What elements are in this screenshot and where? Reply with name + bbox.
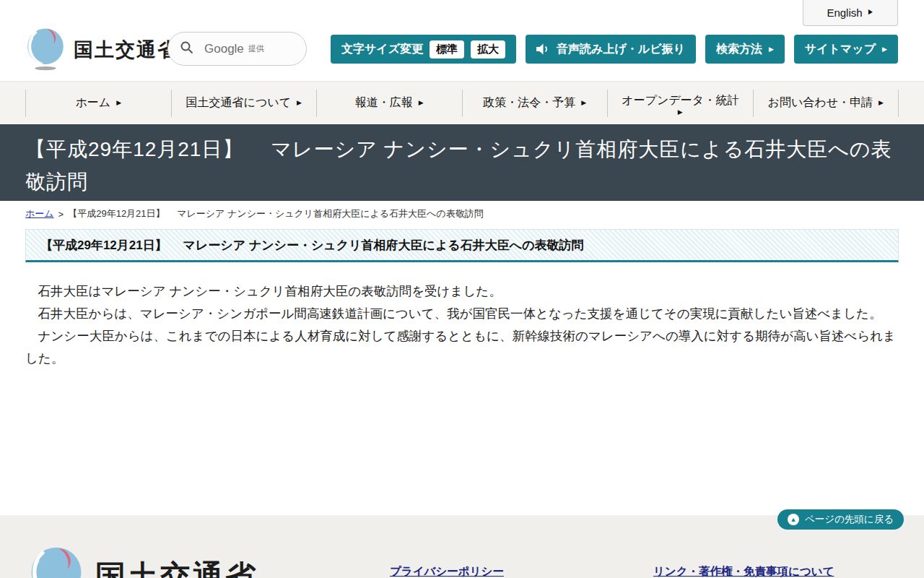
nav-item-press[interactable]: 報道・広報 ▶: [317, 82, 462, 124]
audio-reading-button[interactable]: 音声読み上げ・ルビ振り: [526, 35, 696, 64]
breadcrumb-current: 【平成29年12月21日】 マレーシア ナンシー・シュクリ首相府大臣による石井大…: [68, 207, 483, 220]
sitemap-button[interactable]: サイトマップ ▶: [794, 35, 898, 64]
article-paragraph: ナンシー大臣からは、これまでの日本による人材育成に対して感謝するとともに、新幹線…: [25, 325, 899, 370]
nav-item-contact[interactable]: お問い合わせ・申請 ▶: [754, 82, 899, 124]
search-method-button[interactable]: 検索方法 ▶: [705, 35, 785, 64]
search-provider-label: Google: [204, 42, 244, 56]
site-logo-text: 国土交通省: [74, 37, 178, 63]
chevron-right-icon: ▶: [678, 109, 683, 116]
nav-item-home[interactable]: ホーム ▶: [26, 82, 171, 124]
english-button-label: English: [827, 7, 862, 19]
page-title: 【平成29年12月21日】 マレーシア ナンシー・シュクリ首相府大臣による石井大…: [0, 124, 924, 201]
search-provider-suffix: 提供: [248, 43, 264, 54]
audio-reading-label: 音声読み上げ・ルビ振り: [557, 42, 685, 57]
sitemap-label: サイトマップ: [805, 42, 876, 57]
nav-item-open-data[interactable]: オープンデータ・統計 ▶: [608, 82, 753, 124]
search-method-label: 検索方法: [716, 42, 762, 57]
nav-item-label: 政策・法令・予算: [483, 95, 575, 111]
global-navigation: ホーム ▶ 国土交通省について ▶ 報道・広報 ▶ 政策・法令・予算 ▶ オープ…: [0, 81, 924, 124]
chevron-right-icon: ▶: [769, 46, 774, 53]
font-size-change-button[interactable]: 文字サイズ変更 標準 拡大: [331, 35, 516, 64]
footer-logo-text: 国土交通省: [95, 556, 258, 578]
chevron-right-icon: ▶: [419, 100, 424, 106]
site-search-input[interactable]: Google 提供: [167, 32, 307, 66]
site-header: English ▶ 国土交通省 Google 提供 文字サイズ変更 標: [0, 0, 924, 81]
nav-item-label: ホーム: [75, 95, 110, 111]
chevron-right-icon: ▶: [868, 9, 874, 16]
arrow-up-circle-icon: ▲: [788, 514, 799, 525]
speaker-icon: [536, 43, 550, 56]
chevron-right-icon: ▶: [882, 46, 887, 53]
nav-item-label: オープンデータ・統計: [622, 93, 738, 108]
chevron-right-icon: ▶: [297, 100, 302, 106]
font-size-change-label: 文字サイズ変更: [341, 42, 423, 57]
article-body: 石井大臣はマレーシア ナンシー・シュクリ首相府大臣の表敬訪問を受けました。 石井…: [25, 280, 899, 370]
site-logo[interactable]: 国土交通省: [25, 26, 178, 74]
breadcrumb-separator: >: [58, 209, 64, 220]
footer-link-privacy-policy[interactable]: プライバシーポリシー: [390, 564, 504, 578]
font-size-standard-button[interactable]: 標準: [430, 40, 464, 59]
chevron-right-icon: ▶: [116, 100, 121, 106]
article-heading: 【平成29年12月21日】 マレーシア ナンシー・シュクリ首相府大臣による石井大…: [25, 229, 899, 262]
chevron-up-icon: ▲: [790, 517, 796, 523]
nav-item-policy[interactable]: 政策・法令・予算 ▶: [463, 82, 608, 124]
chevron-right-icon: ▶: [879, 100, 884, 106]
article-paragraph: 石井大臣はマレーシア ナンシー・シュクリ首相府大臣の表敬訪問を受けました。: [25, 280, 899, 303]
search-icon: [180, 40, 194, 58]
header-button-group: 文字サイズ変更 標準 拡大 音声読み上げ・ルビ振り 検索方法 ▶ サイトマップ …: [331, 35, 898, 64]
article-paragraph: 石井大臣からは、マレーシア・シンガポール間高速鉄道計画について、我が国官民一体と…: [25, 303, 899, 325]
back-to-top-button[interactable]: ▲ ページの先頭に戻る: [777, 509, 904, 530]
font-size-large-button[interactable]: 拡大: [471, 40, 505, 59]
breadcrumb-home-link[interactable]: ホーム: [25, 207, 54, 220]
nav-item-label: 国土交通省について: [186, 95, 292, 111]
footer-logo[interactable]: 国土交通省: [27, 544, 258, 578]
mlit-logo-icon: [27, 544, 85, 578]
article-heading-text: 【平成29年12月21日】 マレーシア ナンシー・シュクリ首相府大臣による石井大…: [40, 237, 584, 254]
mlit-logo-icon: [25, 26, 66, 74]
nav-item-label: 報道・広報: [355, 95, 413, 111]
chevron-right-icon: ▶: [581, 100, 586, 106]
breadcrumb: ホーム > 【平成29年12月21日】 マレーシア ナンシー・シュクリ首相府大臣…: [0, 201, 924, 220]
nav-divider: [898, 90, 899, 117]
nav-item-label: お問い合わせ・申請: [768, 95, 873, 111]
english-language-button[interactable]: English ▶: [803, 0, 898, 26]
nav-item-about-mlit[interactable]: 国土交通省について ▶: [172, 82, 317, 124]
footer-link-copyright[interactable]: リンク・著作権・免責事項について: [653, 564, 834, 578]
back-to-top-label: ページの先頭に戻る: [805, 513, 894, 526]
